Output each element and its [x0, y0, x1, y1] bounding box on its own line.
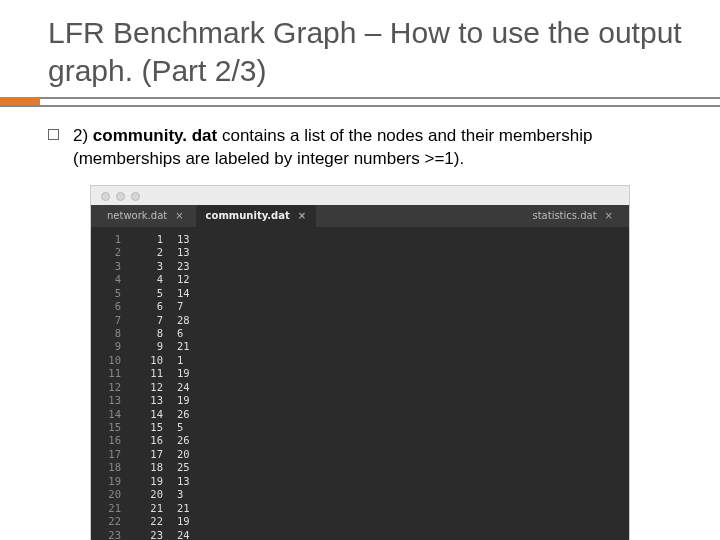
line-number: 13 [91, 394, 131, 407]
code-row: 4412 [91, 273, 629, 286]
code-row: 9921 [91, 340, 629, 353]
membership-id: 24 [171, 529, 211, 541]
line-number: 8 [91, 327, 131, 340]
bullet-marker [48, 129, 59, 140]
title-rule [0, 97, 720, 109]
node-id: 11 [131, 367, 171, 380]
line-number: 18 [91, 461, 131, 474]
bullet-item: 2) community. dat contains a list of the… [48, 125, 672, 171]
node-id: 6 [131, 300, 171, 313]
membership-id: 13 [171, 233, 211, 246]
bullet-text: 2) community. dat contains a list of the… [73, 125, 672, 171]
membership-id: 24 [171, 381, 211, 394]
node-id: 1 [131, 233, 171, 246]
window-dot [131, 192, 140, 201]
code-row: 3323 [91, 260, 629, 273]
node-id: 12 [131, 381, 171, 394]
tab-label: community.dat [206, 210, 290, 221]
code-row: 5514 [91, 287, 629, 300]
tab-label: network.dat [107, 210, 167, 221]
code-row: 232324 [91, 529, 629, 541]
code-row: 7728 [91, 314, 629, 327]
membership-id: 3 [171, 488, 211, 501]
window-controls [91, 186, 629, 205]
slide-title: LFR Benchmark Graph – How to use the out… [0, 0, 720, 95]
code-row: 10101 [91, 354, 629, 367]
node-id: 9 [131, 340, 171, 353]
code-row: 191913 [91, 475, 629, 488]
line-number: 7 [91, 314, 131, 327]
node-id: 14 [131, 408, 171, 421]
code-row: 212121 [91, 502, 629, 515]
membership-id: 26 [171, 408, 211, 421]
line-number: 1 [91, 233, 131, 246]
node-id: 10 [131, 354, 171, 367]
code-row: 2213 [91, 246, 629, 259]
membership-id: 21 [171, 340, 211, 353]
code-row: 161626 [91, 434, 629, 447]
code-row: 181825 [91, 461, 629, 474]
line-number: 12 [91, 381, 131, 394]
line-number: 14 [91, 408, 131, 421]
tab-network[interactable]: network.dat × [97, 205, 194, 227]
code-row: 141426 [91, 408, 629, 421]
code-row: 1113 [91, 233, 629, 246]
membership-id: 13 [171, 475, 211, 488]
membership-id: 26 [171, 434, 211, 447]
bullet-filename: community. dat [93, 126, 217, 145]
line-number: 20 [91, 488, 131, 501]
editor-window: network.dat × community.dat × statistics… [90, 185, 630, 540]
code-row: 15155 [91, 421, 629, 434]
close-icon[interactable]: × [175, 210, 183, 221]
membership-id: 7 [171, 300, 211, 313]
line-number: 21 [91, 502, 131, 515]
node-id: 22 [131, 515, 171, 528]
tab-bar: network.dat × community.dat × statistics… [91, 205, 629, 227]
line-number: 10 [91, 354, 131, 367]
node-id: 15 [131, 421, 171, 434]
code-row: 131319 [91, 394, 629, 407]
membership-id: 28 [171, 314, 211, 327]
line-number: 6 [91, 300, 131, 313]
node-id: 21 [131, 502, 171, 515]
close-icon[interactable]: × [605, 210, 613, 221]
line-number: 23 [91, 529, 131, 541]
node-id: 2 [131, 246, 171, 259]
node-id: 7 [131, 314, 171, 327]
close-icon[interactable]: × [298, 210, 306, 221]
node-id: 5 [131, 287, 171, 300]
node-id: 16 [131, 434, 171, 447]
line-number: 3 [91, 260, 131, 273]
line-number: 5 [91, 287, 131, 300]
membership-id: 13 [171, 246, 211, 259]
code-area: 1113221333234412551466777288869921101011… [91, 227, 629, 540]
line-number: 2 [91, 246, 131, 259]
node-id: 8 [131, 327, 171, 340]
node-id: 20 [131, 488, 171, 501]
membership-id: 19 [171, 394, 211, 407]
node-id: 19 [131, 475, 171, 488]
window-dot [116, 192, 125, 201]
line-number: 22 [91, 515, 131, 528]
node-id: 4 [131, 273, 171, 286]
code-row: 667 [91, 300, 629, 313]
code-row: 121224 [91, 381, 629, 394]
membership-id: 5 [171, 421, 211, 434]
bullet-prefix: 2) [73, 126, 93, 145]
line-number: 16 [91, 434, 131, 447]
line-number: 19 [91, 475, 131, 488]
tab-community[interactable]: community.dat × [196, 205, 317, 227]
membership-id: 14 [171, 287, 211, 300]
membership-id: 12 [171, 273, 211, 286]
window-dot [101, 192, 110, 201]
tab-statistics[interactable]: statistics.dat × [522, 205, 629, 227]
membership-id: 1 [171, 354, 211, 367]
membership-id: 19 [171, 515, 211, 528]
node-id: 13 [131, 394, 171, 407]
node-id: 18 [131, 461, 171, 474]
membership-id: 21 [171, 502, 211, 515]
membership-id: 23 [171, 260, 211, 273]
line-number: 11 [91, 367, 131, 380]
node-id: 3 [131, 260, 171, 273]
membership-id: 6 [171, 327, 211, 340]
